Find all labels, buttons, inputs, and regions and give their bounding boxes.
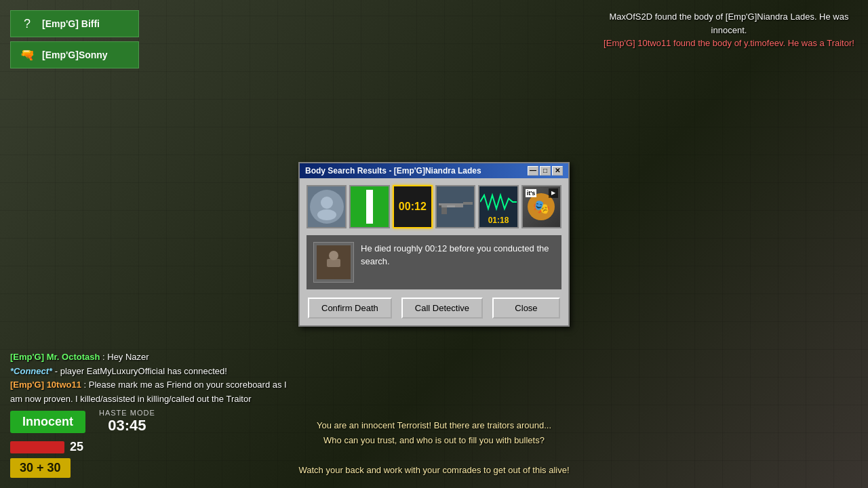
icon-slot-traitor[interactable] <box>349 185 389 228</box>
avatar-svg <box>313 193 340 220</box>
svg-point-1 <box>317 209 336 220</box>
avatar-face <box>310 190 344 224</box>
info-box: He died roughly 00:12 before you conduct… <box>307 235 561 289</box>
confirm-death-button[interactable]: Confirm Death <box>308 298 392 319</box>
body-search-modal: Body Search Results - [Emp'G]Niandra Lad… <box>298 162 570 327</box>
modal-title: Body Search Results - [Emp'G]Niandra Lad… <box>305 166 481 176</box>
its-label: it's <box>526 189 537 197</box>
close-window-button[interactable]: ✕ <box>552 166 563 176</box>
restore-button[interactable]: □ <box>540 166 551 176</box>
svg-point-11 <box>329 251 338 260</box>
call-detective-button[interactable]: Call Detective <box>401 298 483 319</box>
svg-rect-7 <box>447 205 455 207</box>
modal-titlebar: Body Search Results - [Emp'G]Niandra Lad… <box>300 163 568 178</box>
info-thumb-svg <box>317 245 351 279</box>
signal-svg <box>480 188 517 216</box>
svg-rect-6 <box>441 207 447 214</box>
titlebar-buttons: — □ ✕ <box>528 166 563 176</box>
info-text: He died roughly 00:12 before you conduct… <box>361 242 555 268</box>
avatar-inner <box>308 186 345 227</box>
minimize-button[interactable]: — <box>528 166 538 176</box>
svg-rect-3 <box>366 190 373 224</box>
icon-slot-signal[interactable]: 01:18 <box>478 185 518 228</box>
svg-rect-5 <box>463 202 473 205</box>
modal-overlay: Body Search Results - [Emp'G]Niandra Lad… <box>0 0 868 488</box>
signal-inner: 01:18 <box>479 186 517 227</box>
icon-slot-masked[interactable]: it's ▶ 🎭 <box>521 185 561 228</box>
masked-inner: it's ▶ 🎭 <box>523 186 560 227</box>
close-button[interactable]: Close <box>492 298 560 319</box>
svg-point-0 <box>321 197 333 209</box>
modal-body: 00:12 <box>300 178 568 325</box>
button-row: Confirm Death Call Detective Close <box>307 298 561 319</box>
icon-slot-timer[interactable]: 00:12 <box>393 185 433 228</box>
svg-rect-8 <box>439 205 441 207</box>
timer-text: 00:12 <box>399 201 427 213</box>
icon-row: 00:12 <box>307 185 561 228</box>
info-thumbnail <box>313 242 354 283</box>
signal-time: 01:18 <box>488 216 509 225</box>
timer-inner: 00:12 <box>394 186 431 227</box>
rifle-inner <box>437 186 474 227</box>
traitor-inner <box>351 186 388 227</box>
rifle-svg <box>437 197 474 217</box>
traitor-icon-svg <box>359 190 380 224</box>
icon-slot-avatar[interactable] <box>307 185 347 228</box>
icon-slot-rifle[interactable] <box>435 185 475 228</box>
play-icon: ▶ <box>549 188 558 198</box>
